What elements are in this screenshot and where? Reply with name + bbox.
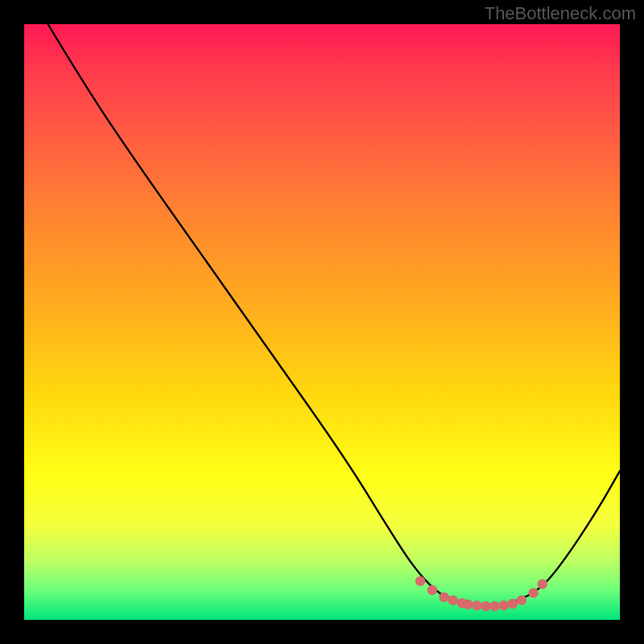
watermark-text: TheBottleneck.com: [485, 3, 636, 24]
chart-frame: TheBottleneck.com: [0, 0, 644, 644]
plot-area: [24, 24, 620, 620]
gradient-background: [24, 24, 620, 620]
